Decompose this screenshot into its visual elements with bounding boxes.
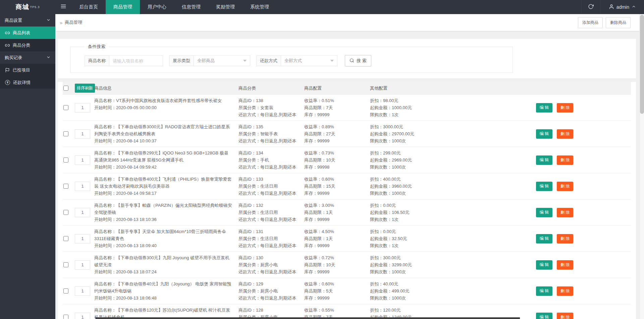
product-name-label: 商品名称 <box>85 55 109 66</box>
row-checkbox[interactable] <box>63 210 68 215</box>
edit-button[interactable]: 编 辑 <box>536 234 552 243</box>
page-actions: 添加商品 删除商品 <box>578 17 631 28</box>
sort-order-input[interactable] <box>75 260 90 270</box>
sidebar-item-invested-projects[interactable]: 已投项目 <box>0 64 55 76</box>
sidebar-item-repayment-details[interactable]: ¥ 还款详情 <box>0 76 55 89</box>
delete-button[interactable]: 删 除 <box>557 234 573 243</box>
repay-method-value: 全部方式 <box>284 58 302 64</box>
product-purchase-limit: 限购次数：1000次 <box>370 164 433 171</box>
sidebar-item-product-list[interactable]: 商品列表 <box>0 27 55 39</box>
product-id: 商品ID：134 <box>238 149 300 156</box>
repay-method-select[interactable]: 全部方式 <box>281 55 337 66</box>
product-category: 所属分类：手机 <box>238 156 300 164</box>
product-category: 所属分类：厨房小电 <box>238 287 300 294</box>
sidebar-group-product-settings[interactable]: 商品设置 <box>0 14 55 27</box>
nav-tab-reward-management[interactable]: 奖励管理 <box>208 0 243 14</box>
product-name: 商品名称：【新手专享】天堂伞 加大加固64cm*10骨三折晴雨商务伞3311E碰… <box>94 228 234 242</box>
refresh-button[interactable] <box>581 0 601 14</box>
edit-button[interactable]: 编 辑 <box>536 182 552 191</box>
edit-button[interactable]: 编 辑 <box>536 129 552 139</box>
row-checkbox[interactable] <box>63 157 68 163</box>
row-checkbox[interactable] <box>63 184 68 189</box>
user-menu[interactable]: admin <box>601 0 644 14</box>
product-period: 商品期限：7天 <box>304 104 365 111</box>
vertical-scrollbar-thumb[interactable] <box>640 15 644 114</box>
delete-button[interactable]: 删 除 <box>557 129 573 139</box>
yen-circle-icon: ¥ <box>5 80 10 85</box>
product-rate: 收益率：0.60% <box>304 280 365 287</box>
product-discount: 折扣：40.00元 <box>370 280 433 287</box>
product-start-time: 开始时间：2020-08-13 18:09:40 <box>94 242 234 249</box>
product-stock: 库存：99999 <box>304 111 365 118</box>
edit-button[interactable]: 编 辑 <box>536 208 552 217</box>
sort-order-input[interactable] <box>75 129 90 139</box>
product-rate: 收益率：0.51% <box>304 97 365 104</box>
delete-button[interactable]: 删 除 <box>557 103 573 112</box>
edit-button[interactable]: 编 辑 <box>536 103 552 112</box>
table-body: 商品名称：VT系列中国风旗袍改良版连衣裙两件套性感吊带长裙女 开始时间：2020… <box>63 94 631 319</box>
nav-tab-info-management[interactable]: 信息管理 <box>174 0 208 14</box>
sort-order-input[interactable] <box>75 286 90 296</box>
sort-refresh-button[interactable]: 排序刷新 <box>75 84 95 93</box>
edit-button[interactable]: 编 辑 <box>536 260 552 270</box>
product-repay-method: 还款方式：每日返息,到期还本 <box>238 164 300 171</box>
sidebar-item-label: 还款详情 <box>13 80 31 86</box>
hamburger-icon <box>60 3 66 11</box>
sort-order-input[interactable] <box>75 182 90 191</box>
product-period: 商品期限：1天 <box>304 209 365 216</box>
product-name: 商品名称：【下单自动领券400元】飞利浦（PHILIPS）焕新奢宠挚爱套装 送女… <box>94 176 234 190</box>
display-type-select[interactable]: 全部商品 <box>194 55 250 66</box>
nav-tab-dashboard[interactable]: 后台首页 <box>71 0 106 14</box>
nav-tab-user-center[interactable]: 用户中心 <box>140 0 174 14</box>
row-checkbox[interactable] <box>63 105 68 110</box>
product-start-time: 开始时间：2020-08-14 10:00:37 <box>94 137 234 144</box>
delete-button[interactable]: 删 除 <box>557 182 573 191</box>
sort-order-input[interactable] <box>75 208 90 217</box>
delete-button[interactable]: 删 除 <box>557 155 573 165</box>
product-discount: 折扣：120.00元 <box>370 307 433 314</box>
product-rate: 收益率：0.72% <box>304 254 365 261</box>
row-checkbox[interactable] <box>63 315 68 319</box>
sort-order-input[interactable] <box>75 234 90 243</box>
select-all-checkbox[interactable] <box>63 86 68 91</box>
product-min-amount: 起购金额：3960.00元 <box>370 183 433 190</box>
nav-tab-system-management[interactable]: 系统管理 <box>243 0 277 14</box>
nav-tab-product-management[interactable]: 商品管理 <box>106 0 140 14</box>
sidebar: 商品设置 商品列表 商品分类 购买记录 已 <box>0 14 55 319</box>
product-name: 商品名称：VT系列中国风旗袍改良版连衣裙两件套性感吊带长裙女 <box>94 97 234 104</box>
product-min-amount: 起购金额：2969.00元 <box>370 156 433 164</box>
product-period: 商品期限：10天 <box>304 156 365 164</box>
product-stock: 库存：99999 <box>304 190 365 197</box>
delete-product-button[interactable]: 删除商品 <box>606 17 631 28</box>
edit-button[interactable]: 编 辑 <box>536 155 552 165</box>
vertical-scrollbar-track[interactable] <box>639 14 644 319</box>
topbar-right: admin <box>581 0 644 14</box>
delete-button[interactable]: 删 除 <box>557 313 573 319</box>
row-checkbox[interactable] <box>63 236 68 241</box>
sidebar-item-product-category[interactable]: 商品分类 <box>0 39 55 51</box>
product-purchase-limit: 限购次数：1000次 <box>370 137 433 144</box>
table-row: 商品名称：【下单自动领券300元】九阳 Joyoung 破壁不用手洗豆浆机 破壁… <box>63 252 631 278</box>
display-type-filter: 展示类型 全部商品 <box>169 55 250 66</box>
delete-button[interactable]: 删 除 <box>557 208 573 217</box>
link-icon <box>5 31 10 35</box>
product-name-input[interactable] <box>109 55 163 66</box>
product-stock: 库存：99999 <box>304 268 365 275</box>
delete-button[interactable]: 删 除 <box>557 260 573 270</box>
product-repay-method: 还款方式：每日返息,到期还本 <box>238 242 300 249</box>
edit-button[interactable]: 编 辑 <box>536 286 552 296</box>
delete-button[interactable]: 删 除 <box>557 286 573 296</box>
search-button[interactable]: 搜 索 <box>345 55 371 66</box>
add-product-button[interactable]: 添加商品 <box>578 17 603 28</box>
sidebar-group-purchase-records[interactable]: 购买记录 <box>0 51 55 64</box>
horizontal-scrollbar-thumb[interactable] <box>96 317 520 319</box>
sort-order-input[interactable] <box>75 155 90 165</box>
sort-order-input[interactable] <box>75 103 90 112</box>
product-purchase-limit: 限购次数：1000次 <box>370 190 433 197</box>
row-checkbox[interactable] <box>63 288 68 293</box>
sort-order-input[interactable] <box>75 313 90 319</box>
menu-toggle-button[interactable] <box>55 0 71 14</box>
edit-button[interactable]: 编 辑 <box>536 313 552 319</box>
row-checkbox[interactable] <box>63 262 68 267</box>
row-checkbox[interactable] <box>63 131 68 136</box>
